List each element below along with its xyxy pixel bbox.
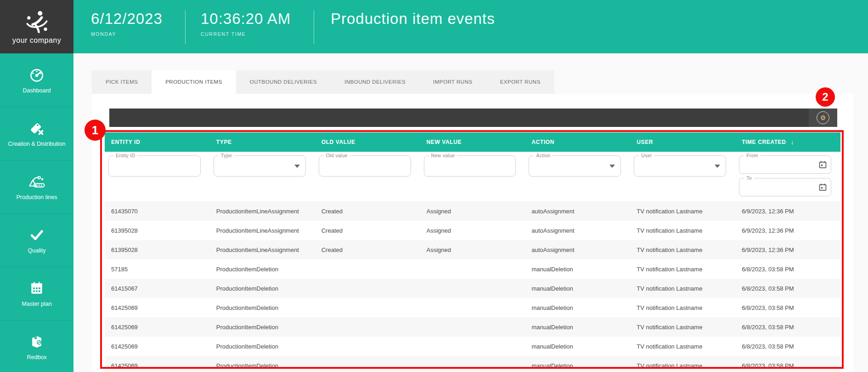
table-row[interactable]: 61425069ProductionItemDeletionmanualDele…: [105, 356, 840, 372]
table-cell: autoAssignment: [525, 240, 630, 259]
column-header-old-value[interactable]: OLD VALUE: [315, 132, 420, 152]
sidebar-item-redbox[interactable]: Redbox: [0, 320, 73, 372]
content-panel: ⚙ ENTITY ID TYPE OLD VALUE NEW VALUE ACT…: [92, 94, 853, 372]
box-icon: [28, 333, 45, 350]
table-cell: ProductionItemDeletion: [210, 279, 315, 298]
tab-production-items[interactable]: PRODUCTION ITEMS: [152, 70, 236, 94]
table-cell: [420, 279, 525, 298]
calendar-picker-icon[interactable]: [819, 183, 827, 191]
current-time: 10:36:20 AM: [201, 10, 291, 28]
table-row[interactable]: 61435070ProductionItemLineAssignmentCrea…: [105, 201, 840, 221]
table-cell: 6/9/2023, 12:36 PM: [735, 221, 840, 240]
table-cell: [420, 356, 525, 372]
table-cell: 6/9/2023, 12:36 PM: [735, 240, 840, 259]
settings-gear-button[interactable]: ⚙: [809, 109, 837, 127]
sidebar-item-dashboard[interactable]: Dashboard: [0, 53, 73, 107]
chevron-down-icon[interactable]: [294, 165, 300, 168]
table-row[interactable]: 61425069ProductionItemDeletionmanualDele…: [105, 337, 840, 356]
page-title-block: Production item events: [331, 10, 495, 28]
table-cell: [315, 317, 420, 337]
tab-export-runs[interactable]: EXPORT RUNS: [486, 70, 554, 94]
column-header-time-created[interactable]: TIME CREATED ↓: [735, 132, 840, 152]
table-cell: Created: [315, 201, 420, 221]
from-date-filter[interactable]: From: [739, 155, 831, 174]
table-cell: 57185: [105, 259, 210, 279]
page-title: Production item events: [331, 10, 495, 28]
table-cell: manualDeletion: [525, 259, 630, 279]
action-filter[interactable]: Action: [529, 155, 621, 177]
column-header-label: TIME CREATED: [742, 139, 786, 145]
tab-pick-items[interactable]: PICK ITEMS: [92, 70, 152, 94]
company-logo-icon: [23, 9, 51, 35]
sidebar-item-label: Creation & Distribution: [6, 141, 67, 147]
filter-cell: User: [630, 152, 735, 201]
sidebar-item-master-plan[interactable]: Master plan: [0, 267, 73, 320]
from-date-input[interactable]: [744, 158, 815, 172]
table-cell: autoAssignment: [525, 221, 630, 240]
sidebar-item-quality[interactable]: Quality: [0, 213, 73, 267]
table-cell: 6/8/2023, 03:58 PM: [735, 356, 840, 372]
table-cell: [315, 279, 420, 298]
current-date-label: MONDAY: [91, 31, 163, 37]
old-value-input[interactable]: [324, 159, 406, 175]
tag-icon: [28, 120, 45, 137]
settings-gear-icon: ⚙: [817, 111, 829, 124]
old-value-filter[interactable]: Old value: [319, 155, 411, 177]
date-block: 6/12/2023 MONDAY: [91, 10, 163, 37]
table-cell: 6/8/2023, 03:58 PM: [735, 279, 840, 298]
calendar-icon: [28, 280, 45, 297]
table-cell: [315, 259, 420, 279]
sidebar-item-production-lines[interactable]: Production lines: [0, 160, 73, 213]
column-header-entity-id[interactable]: ENTITY ID: [105, 132, 210, 152]
table-cell: [315, 298, 420, 317]
table-row[interactable]: 57185ProductionItemDeletionmanualDeletio…: [105, 259, 840, 279]
table-cell: 61415067: [105, 279, 210, 298]
filter-label: Entity ID: [113, 153, 137, 158]
filter-cell: Action: [525, 152, 630, 201]
current-date: 6/12/2023: [91, 10, 163, 28]
table-cell: Created: [315, 240, 420, 259]
table-cell: 61425069: [105, 317, 210, 337]
chevron-down-icon[interactable]: [609, 165, 615, 168]
entity-id-filter[interactable]: Entity ID: [108, 155, 201, 177]
sort-descending-icon[interactable]: ↓: [790, 138, 794, 146]
new-value-filter[interactable]: New value: [424, 155, 516, 177]
table-cell: ProductionItemDeletion: [210, 298, 315, 317]
filter-label: New value: [429, 153, 457, 158]
table-row[interactable]: 61425069ProductionItemDeletionmanualDele…: [105, 298, 840, 317]
tab-outbound-deliveries[interactable]: OUTBOUND DELIVERIES: [236, 70, 331, 94]
sidebar-item-creation-distribution[interactable]: Creation & Distribution: [0, 107, 73, 160]
column-header-type[interactable]: TYPE: [210, 132, 315, 152]
column-header-user[interactable]: USER: [630, 132, 735, 152]
table-cell: ProductionItemDeletion: [210, 259, 315, 279]
filter-label: Type: [219, 153, 234, 158]
table-row[interactable]: 61395028ProductionItemLineAssignmentCrea…: [105, 240, 840, 259]
table-cell: 6/9/2023, 12:36 PM: [735, 201, 840, 221]
table-cell: 61425069: [105, 337, 210, 356]
user-filter[interactable]: User: [634, 155, 726, 177]
table-cell: 6/8/2023, 03:58 PM: [735, 298, 840, 317]
tab-import-runs[interactable]: IMPORT RUNS: [419, 70, 486, 94]
to-date-input[interactable]: [744, 180, 815, 195]
current-time-label: CURRENT TIME: [201, 31, 291, 37]
table-row[interactable]: 61395028ProductionItemLineAssignmentCrea…: [105, 221, 840, 240]
table-cell: ProductionItemDeletion: [210, 337, 315, 356]
table-cell: Assigned: [420, 221, 525, 240]
filter-cell: Old value: [315, 152, 420, 201]
column-header-new-value[interactable]: NEW VALUE: [420, 132, 525, 152]
chevron-down-icon[interactable]: [715, 165, 720, 168]
table-cell: manualDeletion: [525, 279, 630, 298]
table-cell: [420, 317, 525, 337]
type-filter[interactable]: Type: [214, 155, 306, 177]
new-value-input[interactable]: [429, 159, 511, 175]
table-cell: Assigned: [420, 201, 525, 221]
to-date-filter[interactable]: To: [739, 178, 831, 196]
entity-id-input[interactable]: [113, 159, 196, 175]
calendar-picker-icon[interactable]: [819, 161, 827, 169]
table-cell: TV notification Lastname: [630, 259, 735, 279]
column-header-action[interactable]: ACTION: [525, 132, 630, 152]
tab-inbound-deliveries[interactable]: INBOUND DELIVERIES: [331, 70, 419, 94]
table-row[interactable]: 61415067ProductionItemDeletionmanualDele…: [105, 279, 840, 298]
table-row[interactable]: 61425069ProductionItemDeletionmanualDele…: [105, 317, 840, 337]
header-divider: [314, 10, 314, 44]
